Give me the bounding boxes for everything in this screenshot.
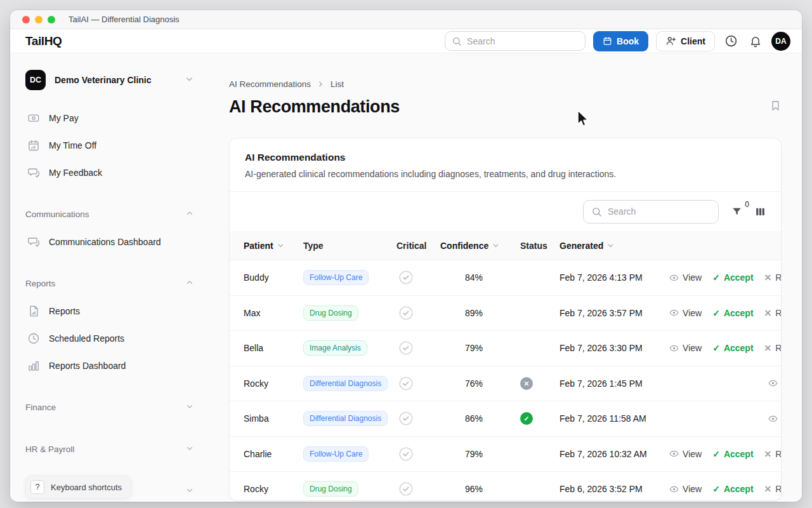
accept-action[interactable]: ✓Accept: [712, 484, 753, 494]
column-header-critical: Critical: [396, 241, 440, 251]
filter-funnel-icon: [731, 206, 742, 217]
view-action[interactable]: View: [669, 272, 702, 283]
type-badge: Image Analysis: [303, 340, 367, 356]
accept-action[interactable]: ✓Accept: [712, 308, 753, 318]
status-cell: ✕: [518, 377, 560, 390]
minimize-window-button[interactable]: [35, 16, 43, 23]
client-button-label: Client: [681, 36, 705, 46]
table-search-input[interactable]: [583, 200, 719, 224]
sidebar-item-my-feedback[interactable]: My Feedback: [25, 159, 194, 186]
check-icon: ✓: [712, 308, 720, 318]
column-header-confidence[interactable]: Confidence: [440, 241, 518, 251]
columns-button[interactable]: [755, 206, 766, 217]
close-window-button[interactable]: [22, 16, 30, 23]
view-action[interactable]: View: [768, 378, 782, 389]
sidebar-item-label: Scheduled Reports: [49, 333, 124, 344]
sort-chevron-icon[interactable]: [492, 241, 500, 250]
generated-date: Feb 7, 2026 11:58 AM: [560, 413, 661, 424]
client-button[interactable]: Client: [656, 31, 715, 51]
search-icon: [591, 206, 602, 217]
view-action[interactable]: View: [669, 308, 702, 318]
check-icon: ✓: [712, 484, 720, 494]
history-button[interactable]: [723, 32, 740, 50]
user-avatar[interactable]: DA: [771, 32, 790, 51]
patient-name: Max: [244, 308, 303, 318]
clinic-switcher[interactable]: DC Demo Veterinary Clinic: [25, 70, 194, 90]
table-search-field[interactable]: [608, 206, 710, 217]
generated-date: Feb 7, 2026 3:57 PM: [560, 308, 661, 318]
x-icon: ✕: [764, 308, 772, 318]
global-search-field[interactable]: [467, 36, 579, 46]
generated-date: Feb 7, 2026 1:45 PM: [560, 378, 661, 389]
accept-action[interactable]: ✓Accept: [712, 449, 753, 459]
type-badge: Drug Dosing: [303, 481, 358, 497]
breadcrumb-parent[interactable]: AI Recommendations: [229, 79, 311, 89]
breadcrumb: AI Recommendations List: [229, 79, 782, 89]
clinic-avatar: DC: [25, 70, 46, 90]
row-actions: View✓Accept✕Reject: [661, 272, 782, 283]
confidence-value: 84%: [440, 272, 518, 283]
sidebar-section-hr-payroll[interactable]: HR & Payroll: [25, 436, 194, 463]
confidence-value: 86%: [440, 413, 518, 424]
table-row: BuddyFollow-Up Care84%Feb 7, 2026 4:13 P…: [230, 260, 782, 296]
sidebar-item-my-time-off[interactable]: My Time Off: [25, 131, 194, 159]
filter-button[interactable]: 0: [731, 206, 742, 217]
window-title: TailAI — Differential Diagnosis: [69, 15, 180, 24]
notifications-button[interactable]: [747, 33, 764, 50]
bell-icon: [749, 35, 762, 48]
type-badge: Drug Dosing: [303, 305, 358, 321]
sidebar-section-reports[interactable]: Reports: [25, 270, 194, 297]
accept-action[interactable]: ✓Accept: [712, 272, 753, 283]
row-actions: View✓Accept✕Reject: [661, 449, 782, 459]
column-header-patient[interactable]: Patient: [244, 241, 303, 251]
critical-check-icon: [399, 447, 413, 461]
reject-action[interactable]: ✕Reject: [764, 272, 782, 283]
table-row: RockyDrug Dosing96%Feb 6, 2026 3:52 PMVi…: [230, 472, 782, 501]
sidebar-item-reports-dashboard[interactable]: Reports Dashboard: [25, 352, 194, 379]
reject-action[interactable]: ✕Reject: [764, 308, 782, 318]
sidebar-section-finance[interactable]: Finance: [25, 394, 194, 421]
type-badge: Follow-Up Care: [303, 270, 369, 285]
type-badge: Follow-Up Care: [303, 446, 369, 462]
app-logo[interactable]: TailHQ: [25, 34, 62, 48]
book-button[interactable]: Book: [593, 31, 648, 51]
chevron-right-icon: [317, 80, 325, 88]
banknote-icon: [27, 112, 40, 124]
status-cell: ✓: [518, 412, 560, 425]
sidebar-section-communications[interactable]: Communications: [25, 201, 194, 228]
reject-action[interactable]: ✕Reject: [764, 343, 782, 353]
view-action[interactable]: View: [669, 343, 702, 353]
eye-icon: [669, 273, 679, 283]
sidebar-item-reports[interactable]: Reports: [25, 297, 194, 324]
view-action[interactable]: View: [669, 449, 702, 459]
sort-chevron-icon[interactable]: [277, 241, 285, 250]
table-row: RockyDifferential Diagnosis76%✕Feb 7, 20…: [230, 366, 782, 402]
main-content: AI Recommendations List AI Recommendatio…: [219, 53, 802, 500]
sidebar-item-label: Communications Dashboard: [49, 237, 161, 247]
bookmark-icon[interactable]: [769, 100, 782, 114]
sidebar-item-communications-dashboard[interactable]: Communications Dashboard: [25, 228, 194, 255]
table-row: SimbaDifferential Diagnosis86%✓Feb 7, 20…: [230, 401, 782, 437]
global-search-input[interactable]: [445, 31, 586, 51]
column-header-generated[interactable]: Generated: [560, 241, 661, 251]
view-action[interactable]: View: [768, 413, 782, 424]
keyboard-shortcuts-button[interactable]: ? Keyboard shortcuts: [25, 476, 131, 498]
confidence-value: 79%: [440, 449, 518, 459]
patient-name: Simba: [244, 413, 303, 424]
critical-check-icon: [399, 482, 413, 496]
x-icon: ✕: [764, 484, 772, 494]
column-header-status: Status: [518, 241, 560, 251]
sidebar-item-my-pay[interactable]: My Pay: [25, 104, 194, 131]
reject-action[interactable]: ✕Reject: [764, 449, 782, 459]
table-row: CharlieFollow-Up Care79%Feb 7, 2026 10:3…: [230, 437, 782, 472]
sort-chevron-icon[interactable]: [606, 241, 615, 250]
recommendations-card: AI Recommendations AI-generated clinical…: [229, 138, 782, 501]
card-subtitle: AI-generated clinical recommendations in…: [245, 169, 766, 179]
zoom-window-button[interactable]: [48, 16, 55, 23]
reject-action[interactable]: ✕Reject: [764, 484, 782, 494]
type-badge: Differential Diagnosis: [303, 411, 388, 426]
sidebar-item-scheduled-reports[interactable]: Scheduled Reports: [25, 324, 194, 352]
accept-action[interactable]: ✓Accept: [712, 343, 753, 353]
chat-icon: [27, 236, 40, 248]
view-action[interactable]: View: [669, 484, 702, 494]
